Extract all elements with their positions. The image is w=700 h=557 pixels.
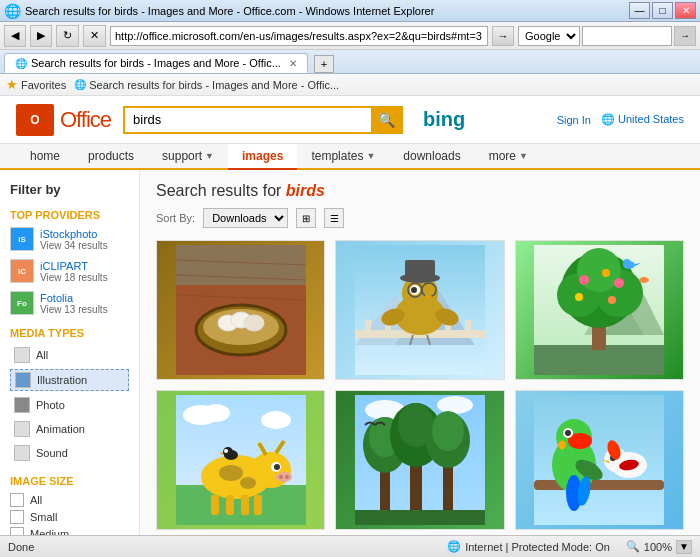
svg-point-47 xyxy=(614,278,624,288)
zoom-dropdown-button[interactable]: ▼ xyxy=(676,540,692,554)
nav-more-label: more xyxy=(489,149,516,163)
size-small[interactable]: Small xyxy=(10,510,129,524)
size-small-label: Small xyxy=(30,511,58,523)
media-illustration-label: Illustration xyxy=(37,374,87,386)
sort-row: Sort By: Downloads Relevance Date ⊞ ☰ xyxy=(156,208,684,228)
media-type-illustration[interactable]: Illustration xyxy=(10,369,129,391)
browser-tab[interactable]: 🌐 Search results for birds - Images and … xyxy=(4,53,308,73)
favorites-tab-icon: 🌐 xyxy=(74,79,86,90)
tab-label: Search results for birds - Images and Mo… xyxy=(31,57,281,69)
results-search-term: birds xyxy=(286,182,325,199)
star-icon: ★ xyxy=(6,77,18,92)
maximize-button[interactable]: □ xyxy=(652,2,673,19)
image-result-5[interactable] xyxy=(335,390,504,530)
list-view-button[interactable]: ☰ xyxy=(324,208,344,228)
refresh-button[interactable]: ↻ xyxy=(56,25,79,47)
iclipart-name[interactable]: iCLIPART xyxy=(40,260,108,272)
globe-icon: 🌐 xyxy=(601,113,615,125)
office-search-input[interactable] xyxy=(125,108,371,132)
zoom-text: 100% xyxy=(644,541,672,553)
image-result-1[interactable] xyxy=(156,240,325,380)
svg-point-52 xyxy=(623,259,631,267)
image-result-4[interactable] xyxy=(156,390,325,530)
stop-button[interactable]: ✕ xyxy=(83,25,106,47)
results-title: Search results for birds xyxy=(156,182,325,200)
size-medium[interactable]: Medium xyxy=(10,527,129,535)
status-right: 🌐 Internet | Protected Mode: On 🔍 100% ▼ xyxy=(447,540,692,554)
size-all[interactable]: All xyxy=(10,493,129,507)
sort-select[interactable]: Downloads Relevance Date xyxy=(203,208,288,228)
image-result-3[interactable] xyxy=(515,240,684,380)
favorites-button[interactable]: ★ Favorites xyxy=(6,77,66,92)
svg-point-76 xyxy=(224,449,228,453)
provider-item-istockphoto[interactable]: iS iStockphoto View 34 results xyxy=(10,227,129,251)
address-bar: ◀ ▶ ↻ ✕ → Google → xyxy=(0,22,700,50)
nav-item-downloads[interactable]: downloads xyxy=(389,143,474,169)
zone-text: Internet | Protected Mode: On xyxy=(465,541,610,553)
minimize-button[interactable]: — xyxy=(629,2,650,19)
media-photo-icon xyxy=(14,397,30,413)
nav-item-support[interactable]: support ▼ xyxy=(148,143,228,169)
region-selector[interactable]: 🌐 United States xyxy=(601,113,684,126)
svg-point-97 xyxy=(565,430,571,436)
svg-point-66 xyxy=(279,475,283,479)
nav-item-more[interactable]: more ▼ xyxy=(475,143,542,169)
browser-search-button[interactable]: → xyxy=(674,26,696,46)
nav-downloads-label: downloads xyxy=(403,149,460,163)
favorites-tab-item[interactable]: 🌐 Search results for birds - Images and … xyxy=(74,79,339,91)
title-bar: 🌐 Search results for birds - Images and … xyxy=(0,0,700,22)
istockphoto-name[interactable]: iStockphoto xyxy=(40,228,108,240)
status-text: Done xyxy=(8,541,447,553)
media-type-photo[interactable]: Photo xyxy=(10,395,129,415)
search-engine-select[interactable]: Google xyxy=(518,26,580,46)
office-search-button[interactable]: 🔍 xyxy=(371,108,401,132)
nav-item-templates[interactable]: templates ▼ xyxy=(297,143,389,169)
nav-item-products[interactable]: products xyxy=(74,143,148,169)
go-button[interactable]: → xyxy=(492,26,514,46)
back-button[interactable]: ◀ xyxy=(4,25,26,47)
svg-rect-73 xyxy=(254,495,262,515)
svg-point-65 xyxy=(276,472,292,482)
title-bar-text: Search results for birds - Images and Mo… xyxy=(25,5,629,17)
office-logo-icon: O xyxy=(20,108,50,132)
size-small-check xyxy=(10,510,24,524)
close-button[interactable]: ✕ xyxy=(675,2,696,19)
tab-close-button[interactable]: ✕ xyxy=(289,58,297,69)
browser-search-input[interactable] xyxy=(582,26,672,46)
istockphoto-icon: iS xyxy=(10,227,34,251)
provider-item-fotolia[interactable]: Fo Fotolia View 13 results xyxy=(10,291,129,315)
bird-tree-svg xyxy=(534,245,664,375)
nav-item-home[interactable]: home xyxy=(16,143,74,169)
results-area: Search results for birds Sort By: Downlo… xyxy=(140,170,700,535)
office-search-wrapper: 🔍 xyxy=(123,106,403,134)
top-providers-title: TOP PROVIDERS xyxy=(10,209,129,221)
nav-products-label: products xyxy=(88,149,134,163)
forward-button[interactable]: ▶ xyxy=(30,25,52,47)
filter-title: Filter by xyxy=(10,182,129,197)
new-tab-button[interactable]: + xyxy=(314,55,334,73)
nav-item-images[interactable]: images xyxy=(228,144,297,170)
svg-point-25 xyxy=(411,287,417,293)
image-result-6[interactable] xyxy=(515,390,684,530)
office-logo[interactable]: O Office xyxy=(16,104,111,136)
media-type-animation[interactable]: Animation xyxy=(10,419,129,439)
media-type-sound[interactable]: Sound xyxy=(10,443,129,463)
address-input[interactable] xyxy=(110,26,488,46)
bird-cow-svg xyxy=(176,395,306,525)
image-result-2[interactable] xyxy=(335,240,504,380)
size-all-label: All xyxy=(30,494,42,506)
nav-support-label: support xyxy=(162,149,202,163)
svg-rect-92 xyxy=(534,480,664,490)
fotolia-count: View 13 results xyxy=(40,304,108,315)
signin-link[interactable]: Sign In xyxy=(557,114,591,126)
fotolia-name[interactable]: Fotolia xyxy=(40,292,108,304)
tabs-bar: 🌐 Search results for birds - Images and … xyxy=(0,50,700,74)
window-controls: — □ ✕ xyxy=(629,2,696,19)
provider-item-iclipart[interactable]: iC iCLIPART View 18 results xyxy=(10,259,129,283)
image-grid xyxy=(156,240,684,530)
svg-point-46 xyxy=(602,269,610,277)
status-zone: 🌐 Internet | Protected Mode: On xyxy=(447,540,610,553)
grid-view-button[interactable]: ⊞ xyxy=(296,208,316,228)
bird-nest-svg xyxy=(176,245,306,375)
media-type-all[interactable]: All xyxy=(10,345,129,365)
